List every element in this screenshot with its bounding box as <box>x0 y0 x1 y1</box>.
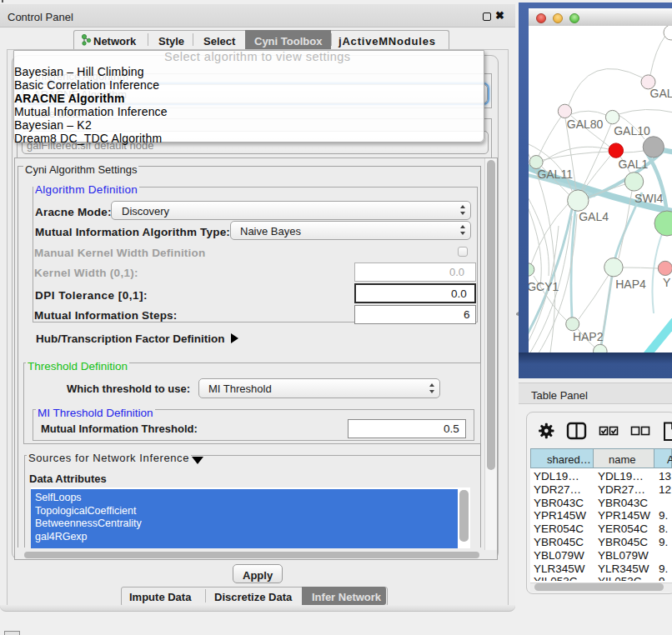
svg-text:GAL80: GAL80 <box>567 118 604 131</box>
svg-text:GAL10: GAL10 <box>614 124 650 138</box>
svg-text:GAL4: GAL4 <box>579 210 609 223</box>
svg-text:HAP2: HAP2 <box>573 330 604 343</box>
svg-text:GAL11: GAL11 <box>537 168 573 181</box>
svg-text:GAL1: GAL1 <box>619 158 649 171</box>
svg-text:Y: Y <box>663 276 671 289</box>
svg-text:GCY1: GCY1 <box>529 280 559 293</box>
svg-text:GAL2: GAL2 <box>650 87 672 100</box>
svg-text:HAP4: HAP4 <box>615 278 646 291</box>
svg-text:SWI4: SWI4 <box>634 192 663 205</box>
